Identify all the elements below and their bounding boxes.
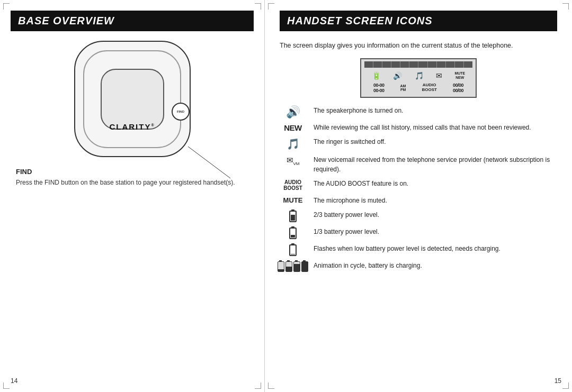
battery-empty-icon-cell [280,244,306,256]
brand-label: CLARITY® [109,122,155,131]
battery-two-thirds-icon-cell [280,211,306,222]
battery-two-thirds-icon [289,211,297,222]
icon-row-voicemail: ✉VM New voicemail received from the tele… [280,156,557,174]
find-button[interactable]: FIND [172,103,190,121]
icon-row-new: NEW While reviewing the call list histor… [280,123,557,132]
voicemail-icon: ✉VM [287,156,300,166]
battery-two-thirds-desc: 2/3 battery power level. [314,211,557,220]
mute-desc: The microphone is muted. [314,196,557,205]
voicemail-icon-cell: ✉VM [280,156,306,166]
new-desc: While reviewing the call list history, m… [314,123,557,132]
battery-one-third-icon [289,227,297,239]
mute-icon: MUTE [283,196,303,204]
svg-line-0 [188,147,230,178]
device-inner-border: CLARITY® FIND [83,50,181,148]
right-section-title: HANDSET SCREEN ICONS [280,11,557,31]
battery-empty-desc: Flashes when low battery power level is … [314,244,557,253]
new-icon-cell: NEW [280,123,306,132]
icon-row-audio-boost: AUDIOBOOST The AUDIO BOOST feature is on… [280,179,557,191]
icon-row-ringer: 🎵 The ringer is switched off. [280,138,557,150]
device-screen [101,69,164,130]
screen-icons-row1: 🔋 🔊 🎵 ✉ MUTENEW [364,70,472,81]
icon-row-battery-empty: Flashes when low battery power level is … [280,244,557,256]
battery-charging-icon-cell [280,261,306,272]
voicemail-desc: New voicemail received from the telephon… [314,156,557,174]
icon-row-battery-2-3: 2/3 battery power level. [280,211,557,222]
screen-top-bar [364,61,472,68]
speaker-desc: The speakerphone is turned on. [314,106,557,115]
audio-boost-icon-cell: AUDIOBOOST [280,179,306,191]
ringer-off-icon: 🎵 [287,138,300,150]
device-illustration: CLARITY® FIND [11,41,254,157]
right-page: HANDSET SCREEN ICONS The screen display … [265,0,572,392]
ringer-desc: The ringer is switched off. [314,138,557,147]
icon-row-battery-charging: Animation in cycle, battery is charging. [280,261,557,272]
audio-boost-icon: AUDIOBOOST [283,179,302,191]
left-page: BASE OVERVIEW CLARITY® FIND FIND [0,0,265,392]
ringer-icon-cell: 🎵 [280,138,306,150]
mute-icon-cell: MUTE [280,196,306,204]
icon-row-speaker: 🔊 The speakerphone is turned on. [280,106,557,118]
intro-text: The screen display gives you information… [280,41,557,51]
battery-one-third-icon-cell [280,227,306,239]
find-arrow [188,147,252,189]
audio-boost-desc: The AUDIO BOOST feature is on. [314,179,557,188]
speaker-icon: 🔊 [286,106,300,118]
screen-mockup: 🔋 🔊 🎵 ✉ MUTENEW 00-0000-00 AMPM AUDIOBOO… [360,58,477,98]
page-number-left: 14 [11,377,17,385]
page-number-right: 15 [555,377,561,385]
battery-empty-icon [289,244,297,256]
new-icon: NEW [284,123,302,132]
battery-one-third-desc: 1/3 battery power level. [314,227,557,236]
device-outer-shell: CLARITY® FIND [74,41,191,157]
icon-row-battery-1-3: 1/3 battery power level. [280,227,557,239]
left-section-title: BASE OVERVIEW [11,11,254,31]
icon-list: 🔊 The speakerphone is turned on. NEW Whi… [280,106,557,272]
battery-charging-desc: Animation in cycle, battery is charging. [314,261,557,270]
speaker-icon-cell: 🔊 [280,106,306,118]
icon-row-mute: MUTE The microphone is muted. [280,196,557,205]
battery-charging-icon [278,261,308,272]
screen-icons-row2: 00-0000-00 AMPM AUDIOBOOST 00/0000/00 [364,81,472,95]
